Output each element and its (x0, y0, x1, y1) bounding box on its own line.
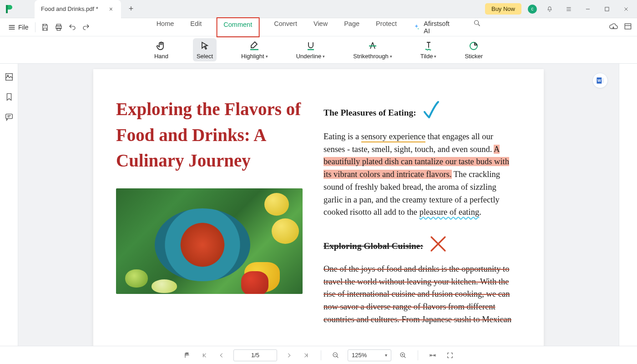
svg-rect-0 (605, 7, 609, 10)
tool-sticker[interactable]: Sticker (461, 38, 486, 61)
chevron-down-icon: ▾ (434, 54, 436, 59)
app-logo (0, 4, 18, 15)
paragraph-2-strikethrough[interactable]: One of the joys of food and drinks is th… (324, 263, 512, 326)
document-tab[interactable]: Food and Drinks.pdf * × (35, 0, 121, 18)
tab-home[interactable]: Home (155, 17, 176, 37)
panel-toggle-icon[interactable] (623, 22, 632, 33)
wavy-underline-annotation[interactable]: pleasure of eating (420, 207, 480, 217)
left-sidebar (0, 64, 18, 346)
tool-select[interactable]: Select (193, 38, 217, 61)
window-minimize-icon[interactable] (581, 3, 594, 15)
chevron-down-icon: ▾ (390, 54, 392, 59)
redo-icon[interactable] (79, 20, 93, 34)
file-menu-row: File Home Edit Comment Convert View Page… (0, 18, 637, 36)
tab-edit[interactable]: Edit (188, 17, 203, 37)
notifications-icon[interactable] (543, 3, 556, 15)
chevron-down-icon: ▾ (385, 353, 387, 358)
svg-rect-12 (602, 78, 604, 83)
strikethrough-icon (367, 40, 378, 52)
zoom-select[interactable]: 125% ▾ (348, 349, 391, 361)
status-bar: 125% ▾ (0, 346, 637, 364)
tool-underline[interactable]: Underline▾ (293, 38, 329, 61)
underline-icon (305, 40, 316, 52)
zoom-in-icon[interactable] (398, 350, 409, 361)
save-icon[interactable] (38, 20, 52, 34)
hamburger-menu-icon[interactable] (562, 3, 575, 15)
new-tab-button[interactable]: + (124, 2, 138, 16)
svg-rect-5 (625, 24, 631, 29)
chevron-down-icon: ▾ (323, 54, 325, 59)
tool-tilde[interactable]: Tilde▾ (417, 38, 440, 61)
close-tab-icon[interactable]: × (106, 5, 116, 14)
document-image (116, 188, 303, 294)
tool-highlight[interactable]: Highlight▾ (238, 38, 272, 61)
svg-point-4 (475, 20, 479, 25)
document-viewport[interactable]: W Exploring the Flavors of Food and Drin… (18, 64, 619, 346)
cursor-icon (199, 40, 210, 52)
undo-icon[interactable] (66, 20, 79, 34)
export-word-button[interactable]: W (592, 73, 608, 88)
workspace: W Exploring the Flavors of Food and Drin… (0, 64, 637, 346)
tab-view[interactable]: View (312, 17, 329, 37)
cloud-sync-icon[interactable] (609, 22, 618, 33)
paragraph-1: Eating is a sensory experience that enga… (324, 131, 512, 219)
tilde-icon (423, 40, 434, 52)
sticker-icon (468, 40, 479, 52)
right-sidebar (619, 64, 637, 346)
main-menu-tabs: Home Edit Comment Convert View Page Prot… (155, 17, 483, 37)
page-number-input[interactable] (233, 349, 277, 361)
hand-icon (156, 40, 167, 52)
ai-menu-item[interactable]: Afirstsoft AI (411, 17, 454, 37)
chevron-down-icon: ▾ (266, 54, 268, 59)
tab-protect[interactable]: Protect (374, 17, 399, 37)
separator (35, 22, 35, 32)
next-page-icon[interactable] (283, 350, 294, 361)
tab-page[interactable]: Page (342, 17, 361, 37)
window-close-icon[interactable] (620, 3, 632, 15)
print-icon[interactable] (52, 20, 66, 34)
tab-convert[interactable]: Convert (272, 17, 299, 37)
fullscreen-icon[interactable] (445, 350, 455, 361)
prev-section-icon[interactable] (199, 350, 210, 361)
svg-text:W: W (597, 78, 601, 83)
buy-now-button[interactable]: Buy Now (485, 3, 521, 15)
file-label: File (18, 24, 29, 31)
prev-page-icon[interactable] (216, 350, 227, 361)
window-maximize-icon[interactable] (601, 3, 613, 15)
section2-heading: Exploring Global Cuisine: (324, 239, 423, 253)
tab-title: Food and Drinks.pdf * (41, 5, 106, 12)
separator (321, 350, 321, 360)
tab-comment[interactable]: Comment (216, 17, 259, 37)
tool-hand[interactable]: Hand (151, 38, 172, 61)
svg-rect-9 (5, 114, 12, 119)
bookmark-icon[interactable] (4, 92, 14, 102)
comments-panel-icon[interactable] (4, 112, 14, 122)
tool-strikethrough[interactable]: Strikethrough▾ (349, 38, 395, 61)
comment-ribbon: Hand Select Highlight▾ Underline▾ Strike… (0, 36, 637, 64)
underline-annotation[interactable]: sensory experience (361, 132, 425, 142)
search-icon[interactable] (472, 17, 482, 29)
fit-width-icon[interactable] (427, 350, 438, 361)
separator (418, 350, 418, 360)
pdf-page: Exploring the Flavors of Food and Drinks… (93, 69, 544, 346)
file-menu-button[interactable]: File (5, 22, 32, 33)
user-avatar[interactable]: c (528, 5, 537, 14)
next-section-icon[interactable] (301, 350, 312, 361)
document-title: Exploring the Flavors of Food and Drinks… (116, 96, 303, 174)
svg-rect-3 (57, 28, 61, 30)
thumbnails-icon[interactable] (4, 72, 14, 82)
first-page-icon[interactable] (182, 350, 192, 361)
zoom-value: 125% (352, 352, 367, 359)
checkmark-annotation[interactable] (422, 100, 440, 125)
title-bar: Food and Drinks.pdf * × + Buy Now c (0, 0, 637, 18)
ai-label: Afirstsoft AI (424, 20, 452, 35)
highlight-icon (248, 40, 260, 52)
cross-annotation[interactable] (429, 234, 448, 258)
zoom-out-icon[interactable] (330, 350, 341, 361)
sparkle-icon (413, 23, 420, 31)
section1-heading: The Pleasures of Eating: (324, 106, 416, 119)
